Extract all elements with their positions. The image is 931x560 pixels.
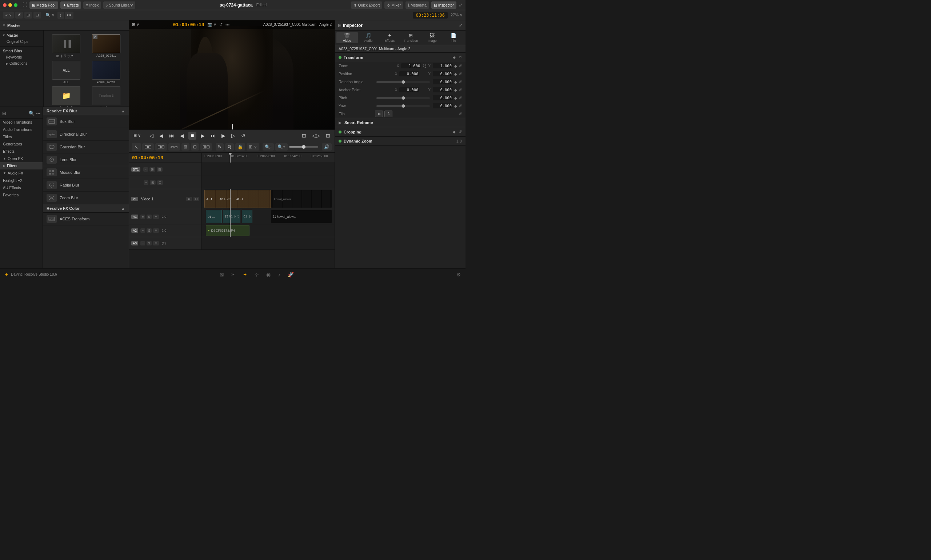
rotation-reset-icon[interactable]: ↺ [459, 80, 462, 85]
quick-export-button[interactable]: ⬆ Quick Export [351, 2, 382, 9]
cropping-keyframe-icon[interactable]: ◆ [453, 130, 455, 134]
audio-clip-a1-3[interactable]: 01 ト... [242, 210, 252, 223]
monitor-icon[interactable]: ⊞ ∨ [132, 22, 139, 27]
sidebar-item-video-transitions[interactable]: Video Transitions [0, 118, 43, 126]
tab-image[interactable]: 🖼 Image [422, 32, 443, 43]
dynamic-zoom-header[interactable]: Dynamic Zoom 1.0 [335, 137, 466, 145]
warp-tool[interactable]: ⊞⊟ [200, 143, 212, 151]
flip-horizontal-button[interactable]: ⇔ [375, 111, 383, 117]
collapse-color-icon[interactable]: ▲ [121, 206, 125, 211]
link-zoom-icon[interactable]: ⛓ [423, 64, 426, 68]
options-icon[interactable]: ••• [225, 23, 230, 27]
next-frame-button[interactable]: ⏭ [209, 132, 217, 139]
lock-icon[interactable]: 🔒 [235, 143, 245, 151]
play-button[interactable]: ▶ [199, 132, 206, 139]
edit-page-icon[interactable]: ✦ [243, 272, 247, 277]
minimize-button[interactable] [8, 3, 12, 7]
camera-icon[interactable]: 📷 ∨ [207, 22, 216, 27]
fullscreen-icon[interactable]: ⛶ [23, 2, 27, 8]
ripple-icon[interactable]: ↻ [215, 143, 224, 151]
zoom-y-input[interactable] [433, 63, 453, 68]
effect-radial-blur[interactable]: Radial Blur [43, 179, 129, 192]
dynamic-trim-tool[interactable]: ⊟⊞ [155, 143, 167, 151]
track-a3-s[interactable]: S [146, 241, 152, 245]
video-clip-2[interactable]: kowai_aiowa [271, 190, 332, 208]
sidebar-item-generators[interactable]: Generators [0, 140, 43, 148]
transform-header[interactable]: Transform ◆ ↺ [335, 53, 466, 62]
search-button[interactable]: 🔍 ∨ [45, 13, 55, 17]
reset-icon[interactable]: ↺ [459, 55, 462, 60]
dynamic-zoom-dot[interactable] [339, 140, 342, 143]
effect-aces-transform[interactable]: ACES ACES Transform [43, 213, 129, 225]
cropping-dot[interactable] [339, 131, 342, 134]
fusion-page-icon[interactable]: ⊹ [255, 272, 259, 277]
track-st1-chain-button[interactable]: ⊠ [149, 167, 155, 172]
cropping-header[interactable]: Cropping ◆ ↺ [335, 127, 466, 136]
sort-button[interactable]: ↕ [57, 12, 64, 19]
media-item[interactable]: C A028_0725... [87, 34, 125, 58]
cropping-reset-icon[interactable]: ↺ [459, 129, 462, 134]
select-mode-button[interactable]: ✓ ∨ [3, 12, 14, 18]
anchor-keyframe-icon[interactable]: ◆ [454, 88, 457, 92]
sidebar-item-audio-fx[interactable]: ▼ Audio FX [0, 169, 43, 177]
sidebar-item-favorites[interactable]: Favorites [0, 191, 43, 198]
track-a1-auto[interactable]: = [140, 215, 145, 219]
snap-icon[interactable]: ⊞ ∨ [246, 143, 259, 151]
master-bin[interactable]: ▼ Master [0, 32, 43, 38]
deliver-page-icon[interactable]: 🚀 [288, 272, 294, 277]
audio-clip-a2-1[interactable]: ●DSCF6317.MP4 [206, 225, 249, 236]
stop-button[interactable]: ■ [188, 132, 196, 140]
inspector-button[interactable]: ⊟ Inspector [431, 2, 456, 9]
window-controls[interactable] [3, 3, 17, 7]
tab-file[interactable]: 📄 File [443, 32, 465, 43]
trim-tool[interactable]: ⊟⊟ [142, 143, 154, 151]
sound-library-button[interactable]: ♪ Sound Library [103, 2, 135, 9]
keywords-bin[interactable]: Keywords [0, 54, 43, 60]
expand-icon[interactable]: ⤢ [459, 2, 463, 8]
track-a1-s[interactable]: S [146, 215, 152, 219]
rotation-keyframe-icon[interactable]: ◆ [454, 80, 457, 84]
tab-effects[interactable]: ✦ Effects [379, 32, 400, 43]
index-button[interactable]: ≡ Index [83, 2, 101, 9]
track-a1-m[interactable]: M [153, 215, 159, 219]
timeline-ruler[interactable]: 01:00:00:00 01:03:14:00 01:06:28:00 01:0… [202, 153, 335, 163]
sidebar-item-au-effects[interactable]: AU Effects [0, 184, 43, 191]
yaw-reset-icon[interactable]: ↺ [459, 104, 462, 108]
anchor-y-input[interactable] [433, 87, 453, 92]
close-button[interactable] [3, 3, 6, 7]
select-tool[interactable]: ↖ [132, 143, 141, 151]
original-clips-bin[interactable]: Original Clips [0, 38, 43, 45]
track-v1-clip[interactable]: ⊡ [194, 197, 199, 201]
zoom-x-input[interactable] [401, 63, 421, 68]
go-to-in-button[interactable]: ◁ [148, 132, 155, 139]
track-a2-auto[interactable]: = [140, 228, 145, 233]
track-v1-chain[interactable]: ⊠ [186, 197, 192, 201]
anchor-x-input[interactable] [399, 87, 419, 92]
track-a3-auto[interactable]: = [140, 241, 145, 245]
effect-zoom-blur[interactable]: Zoom Blur [43, 192, 129, 205]
view-mode-button[interactable]: ⊞ ∨ [132, 132, 142, 138]
clip-view-button[interactable]: ⊟ [300, 132, 308, 139]
pitch-thumb[interactable] [402, 96, 405, 100]
media-item[interactable]: Timeline 3 Timeline 3 [87, 86, 125, 106]
track-a2-m[interactable]: M [153, 228, 159, 233]
track-st1-clip-button[interactable]: ⊡ [157, 167, 163, 172]
position-y-input[interactable] [433, 71, 453, 76]
zoom-keyframe-icon[interactable]: ◆ [454, 64, 457, 68]
track-a2-s[interactable]: S [146, 228, 152, 233]
cut-page-icon[interactable]: ✂ [231, 272, 235, 277]
yaw-input[interactable] [433, 103, 453, 108]
effect-directional-blur[interactable]: Directional Blur [43, 128, 129, 141]
blade-tool[interactable]: ✂✂ [168, 143, 180, 151]
anchor-reset-icon[interactable]: ↺ [459, 88, 462, 92]
mixer-button[interactable]: ⊹ Mixer [385, 2, 403, 9]
pitch-slider[interactable] [376, 97, 430, 98]
sync-icon[interactable]: ↺ [219, 22, 223, 27]
expand-inspector-icon[interactable]: ⤢ [459, 23, 463, 28]
transform-dot[interactable] [339, 56, 342, 59]
audio-clip-a1-1[interactable]: 01 ... [206, 210, 222, 223]
step-forward-button[interactable]: ▶ [220, 132, 227, 139]
sidebar-item-fairlight-fx[interactable]: Fairlight FX [0, 177, 43, 184]
audio-clip-a1-4[interactable]: ⛓ kowai_aiowa [271, 210, 332, 223]
track-st1-auto-button[interactable]: = [143, 167, 148, 172]
